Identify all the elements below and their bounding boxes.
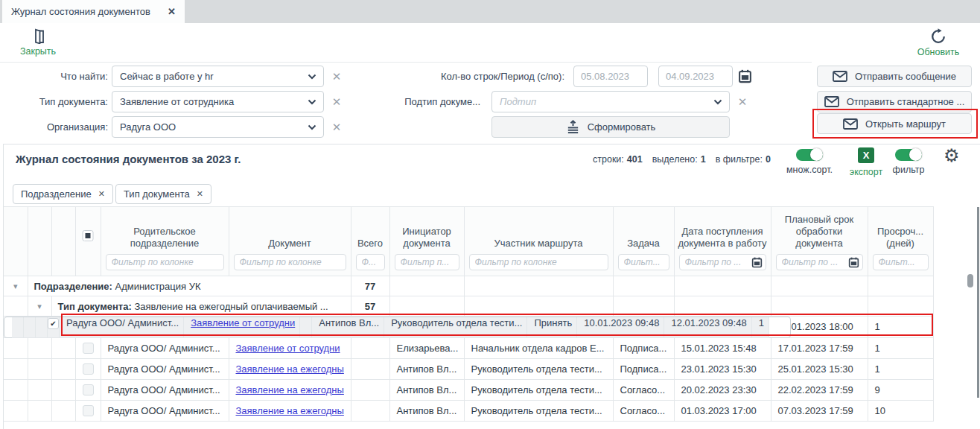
expander-column (4, 207, 28, 276)
header-row: Родительское подразделение Фильтр по кол… (4, 207, 933, 276)
selected-count: 1 (701, 154, 706, 165)
filter-toggle[interactable]: фильтр (891, 149, 926, 175)
filtered-count: 0 (766, 154, 771, 165)
chip-remove-icon[interactable] (197, 189, 203, 199)
row-checkbox[interactable] (83, 343, 94, 354)
period-calendar-icon[interactable] (738, 69, 752, 83)
column-filter-input[interactable]: Ф... (356, 254, 385, 270)
subtype-clear-icon[interactable] (736, 91, 749, 112)
excel-export-icon[interactable]: X (858, 147, 874, 163)
refresh-icon (930, 28, 946, 45)
row-checkbox[interactable] (83, 405, 94, 416)
generate-button[interactable]: Сформировать (491, 116, 730, 138)
collapse-arrow-icon[interactable] (28, 302, 51, 311)
document-link[interactable]: Заявление на ежегодны (236, 405, 344, 416)
table-row[interactable]: Радуга ООО/ Админист... Заявление на еже… (4, 400, 933, 421)
tab-journal[interactable]: Журнал состояния документов (2, 0, 185, 23)
tab-close-icon[interactable] (168, 6, 176, 17)
chevron-down-icon (308, 74, 316, 80)
document-link[interactable]: Заявление от сотрудни (236, 343, 340, 354)
column-filter-input[interactable]: Фильтр по ... (679, 254, 766, 270)
table-row[interactable]: Радуга ООО/ Админист... Заявление от сот… (4, 337, 933, 358)
column-parent-department[interactable]: Родительское подразделение Фильтр по кол… (101, 207, 229, 276)
column-received-date[interactable]: Дата поступления документа в работу Филь… (674, 207, 771, 276)
envelope-icon (824, 96, 839, 107)
chevron-down-icon (713, 99, 722, 105)
column-filter-input[interactable]: Фильтр п... (395, 254, 459, 270)
chip-group-department[interactable]: Подразделение (13, 184, 113, 204)
column-filter-input[interactable]: Фильт... (618, 254, 669, 270)
rows-count: 401 (627, 154, 643, 165)
column-overdue[interactable]: Просроч... (дней) Фильт... (868, 207, 933, 276)
column-filter-input[interactable]: Фильтр по колонке (234, 254, 346, 270)
org-select[interactable]: Радуга ООО (112, 116, 324, 138)
chip-remove-icon[interactable] (98, 189, 105, 199)
collapse-arrow-icon[interactable] (4, 282, 28, 291)
group-row-department[interactable]: Подразделение: Администрация УК 77 (4, 276, 933, 296)
chevron-down-icon (308, 99, 316, 105)
select-all-checkbox[interactable] (83, 230, 94, 241)
what-select[interactable]: Сейчас в работе у hr (112, 66, 324, 87)
table-row[interactable]: Радуга ООО/ Админист... Заявление на еже… (4, 379, 933, 400)
column-filter-input[interactable]: Фильтр по ... (776, 254, 863, 270)
toggle-on-icon[interactable] (895, 149, 922, 161)
column-task[interactable]: Задача Фильт... (613, 207, 674, 276)
what-clear-icon[interactable] (330, 66, 343, 87)
export-button[interactable]: X экспорт (846, 147, 886, 177)
gear-icon[interactable] (944, 145, 960, 166)
document-link[interactable]: Заявление от сотрудни (191, 317, 295, 328)
row-checkbox[interactable] (83, 363, 94, 375)
org-clear-icon[interactable] (330, 116, 343, 138)
journal-table: Родительское подразделение Фильтр по кол… (4, 206, 934, 422)
expander-column (51, 207, 75, 276)
vertical-scrollbar-track[interactable] (977, 207, 979, 398)
multisort-toggle[interactable]: множ.сорт. (785, 149, 834, 175)
journal-panel: Журнал состояния документов за 2023 г. с… (3, 144, 980, 429)
tab-bar: Журнал состояния документов (0, 0, 980, 23)
doctype-select[interactable]: Заявление от сотрудника (112, 91, 324, 112)
table-row[interactable]: Радуга ООО/ Админист... Заявление на еже… (4, 358, 933, 379)
doctype-label: Тип документа: (0, 91, 108, 112)
send-standard-button[interactable]: Отправить стандартное ... (817, 91, 972, 112)
calendar-icon[interactable] (751, 257, 763, 268)
org-label: Организация: (0, 116, 108, 138)
column-participant[interactable]: Участник маршрута Фильтр по колонке (464, 207, 613, 276)
row-checkbox[interactable] (83, 384, 94, 395)
row-checkbox[interactable] (48, 318, 59, 329)
generate-icon (566, 120, 580, 134)
column-filter-input[interactable]: Фильт... (873, 254, 929, 270)
vertical-scrollbar-thumb[interactable] (967, 274, 973, 287)
toggle-on-icon[interactable] (796, 149, 823, 161)
group-total: 57 (351, 296, 389, 317)
column-total[interactable]: Всего Ф... (351, 207, 389, 276)
door-icon (32, 28, 45, 44)
open-route-button[interactable]: Открыть маршрут (817, 113, 972, 134)
envelope-icon (833, 71, 847, 82)
group-row-doctype[interactable]: Тип документа: Заявление на ежегодный оп… (4, 296, 933, 317)
column-filter-input[interactable]: Фильтр по колонке (106, 254, 224, 270)
table-row[interactable]: Радуга ООО/ Админист... Заявление от сот… (4, 317, 791, 338)
chevron-down-icon (308, 124, 316, 130)
subtype-select[interactable]: Подтип (491, 91, 730, 112)
column-document[interactable]: Документ Фильтр по колонке (229, 207, 351, 276)
document-link[interactable]: Заявление на ежегодны (236, 363, 344, 375)
column-initiator[interactable]: Инициатор документа Фильтр п... (389, 207, 464, 276)
document-link[interactable]: Заявление на ежегодны (236, 384, 344, 395)
doctype-clear-icon[interactable] (330, 91, 343, 112)
grid-title: Журнал состояния документов за 2023 г. (16, 153, 241, 165)
envelope-icon (843, 118, 858, 130)
period-to-input[interactable]: 04.09.2023 (658, 66, 733, 87)
close-button[interactable]: Закрыть (16, 28, 60, 57)
refresh-button[interactable]: Обновить (914, 28, 962, 57)
period-from-input[interactable]: 05.08.2023 (573, 66, 648, 87)
column-filter-input[interactable]: Фильтр по колонке (469, 254, 608, 270)
expander-column (28, 207, 51, 276)
send-message-button[interactable]: Отправить сообщение (817, 66, 972, 87)
calendar-icon[interactable] (848, 257, 859, 268)
column-due-date[interactable]: Плановый срок обработки документа Фильтр… (771, 207, 868, 276)
toolbar-divider (0, 62, 812, 63)
chip-group-doctype[interactable]: Тип документа (115, 184, 211, 204)
what-label: Что найти: (0, 66, 108, 87)
tab-title: Журнал состояния документов (11, 6, 160, 17)
subtype-label: Подтип докуме... (387, 91, 480, 112)
